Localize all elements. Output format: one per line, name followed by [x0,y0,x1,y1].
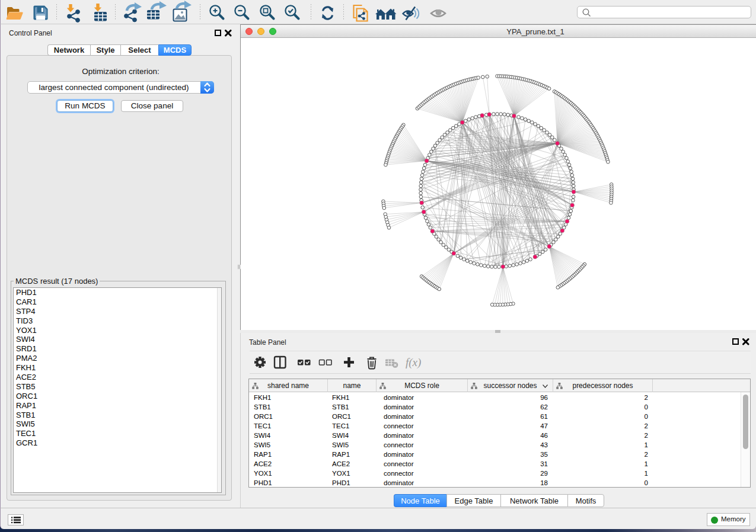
svg-text:f(x): f(x) [406,356,421,369]
